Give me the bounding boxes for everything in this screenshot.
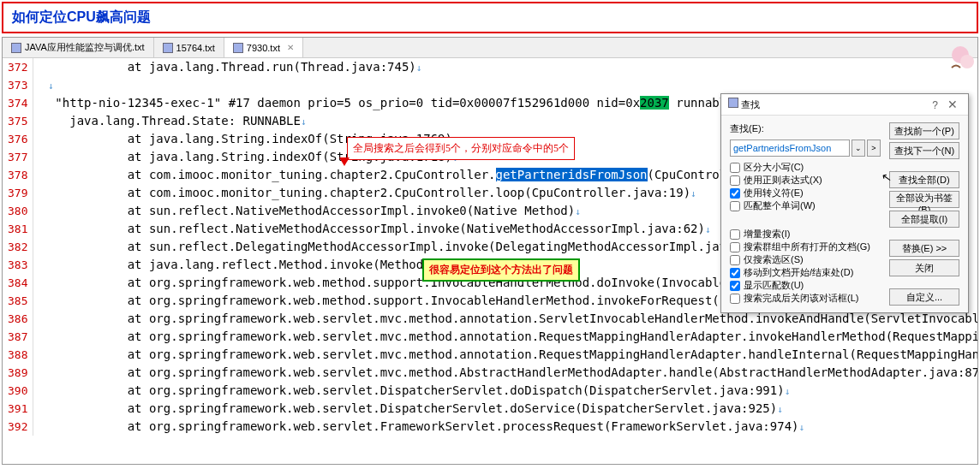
find-prev-button[interactable]: 查找前一个(P) [889,122,959,140]
check-checks1-3[interactable]: 匹配整个单词(W) [730,199,882,212]
check-checks1-0[interactable]: 区分大小写(C) [730,161,882,174]
tab-15764.txt[interactable]: 15764.txt [154,38,224,57]
line-number: 390 [3,382,33,400]
dialog-icon: 查找 [728,98,760,111]
line-number: 392 [3,418,33,436]
find-history-dropdown[interactable]: ⌄ [852,140,865,157]
line-number: 384 [3,274,33,292]
find-next-button[interactable]: 查找下一个(N) [889,142,959,159]
tab-bar: JAVA应用性能监控与调优.txt15764.txt7930.txt✕ [3,38,977,58]
line-number: 377 [3,148,33,166]
checkbox[interactable] [730,163,740,173]
line-number: 389 [3,364,33,382]
line-number: 386 [3,310,33,328]
checkbox[interactable] [730,188,740,199]
dialog-left-panel: 查找(E): ⌄ > 区分大小写(C)使用正则表达式(X)使用转义符(E)匹配整… [730,122,882,305]
tab-close-icon[interactable]: ✕ [287,43,294,52]
checkbox[interactable] [730,294,740,304]
line-number: 382 [3,238,33,256]
callout-problem-method: 很容易定位到这个方法出了问题 [422,258,580,282]
dialog-help-icon[interactable]: ? [929,99,941,111]
line-number: 375 [3,112,33,130]
checkbox[interactable] [730,268,740,278]
code-line-387[interactable]: at org.springframework.web.servlet.mvc.m… [33,328,978,346]
callout-search-result: 全局搜索之后会得到5个，分别对应命令中的5个 [347,137,575,160]
code-line-389[interactable]: at org.springframework.web.servlet.mvc.m… [33,364,978,382]
dialog-titlebar[interactable]: 查找 ? ✕ [721,94,968,116]
check-checks1-2[interactable]: 使用转义符(E) [730,187,882,199]
line-number: 387 [3,328,33,346]
line-number: 381 [3,220,33,238]
code-line-372[interactable]: at java.lang.Thread.run(Thread.java:745)… [33,58,978,76]
check-checks2-4[interactable]: 显示匹配数(U) [730,279,882,292]
check-checks1-1[interactable]: 使用正则表达式(X) [730,174,882,187]
line-number: 391 [3,400,33,418]
replace-button[interactable]: 替换(E) >> [889,240,959,257]
check-checks2-5[interactable]: 搜索完成后关闭该对话框(L) [730,292,882,305]
line-number: 378 [3,166,33,184]
line-number: 373 [3,76,33,94]
file-icon [11,43,21,53]
code-line-373[interactable]: ↓ [33,76,978,94]
checkbox[interactable] [730,255,740,265]
check-checks2-2[interactable]: 仅搜索选区(S) [730,253,882,266]
line-number: 379 [3,184,33,202]
check-checks2-1[interactable]: 搜索群组中所有打开的文档(G) [730,240,882,253]
code-line-390[interactable]: at org.springframework.web.servlet.Dispa… [33,382,978,400]
line-number: 380 [3,202,33,220]
bookmark-all-button[interactable]: 全部设为书签(B) [889,191,959,208]
find-all-button[interactable]: 查找全部(D) [889,171,959,188]
title-box: 如何定位CPU飙高问题 [2,2,978,33]
find-options-toggle[interactable]: > [867,140,881,157]
file-icon [163,43,173,53]
tab-7930.txt[interactable]: 7930.txt✕ [224,38,303,57]
find-label: 查找(E): [730,122,882,135]
tab-JAVA应用性能监控与调优.txt[interactable]: JAVA应用性能监控与调优.txt [3,38,154,57]
checkbox[interactable] [730,281,740,291]
code-line-388[interactable]: at org.springframework.web.servlet.mvc.m… [33,346,978,364]
line-number: 372 [3,58,33,76]
find-dialog: 查找 ? ✕ 查找(E): ⌄ > 区分大小写(C)使用正则表达式(X)使用转义… [720,93,969,313]
checkbox[interactable] [730,201,740,211]
code-line-392[interactable]: at org.springframework.web.servlet.Frame… [33,418,978,436]
dialog-close-icon[interactable]: ✕ [944,98,961,111]
cursor-pointer-icon: ↖ [881,169,893,185]
custom-button[interactable]: 自定义... [889,288,959,306]
extract-all-button[interactable]: 全部提取(I) [889,211,959,228]
check-checks2-0[interactable]: 增量搜索(I) [730,228,882,240]
checkbox[interactable] [730,175,740,186]
line-number: 376 [3,130,33,148]
check-checks2-3[interactable]: 移动到文档开始/结束处(D) [730,266,882,279]
checkbox[interactable] [730,229,740,240]
line-gutter: 3723733743753763773783793803813823833843… [3,58,33,436]
line-number: 374 [3,94,33,112]
page-title: 如何定位CPU飙高问题 [12,9,151,24]
find-input[interactable] [730,140,850,157]
code-line-391[interactable]: at org.springframework.web.servlet.Dispa… [33,400,978,418]
checkbox[interactable] [730,242,740,252]
line-number: 388 [3,346,33,364]
line-number: 385 [3,292,33,310]
editor-window: JAVA应用性能监控与调优.txt15764.txt7930.txt✕ 3723… [2,37,978,465]
line-number: 383 [3,256,33,274]
dialog-right-panel: 查找前一个(P) 查找下一个(N) 查找全部(D) 全部设为书签(B) 全部提取… [889,122,959,306]
file-icon [233,43,243,53]
close-button[interactable]: 关闭 [889,259,959,276]
